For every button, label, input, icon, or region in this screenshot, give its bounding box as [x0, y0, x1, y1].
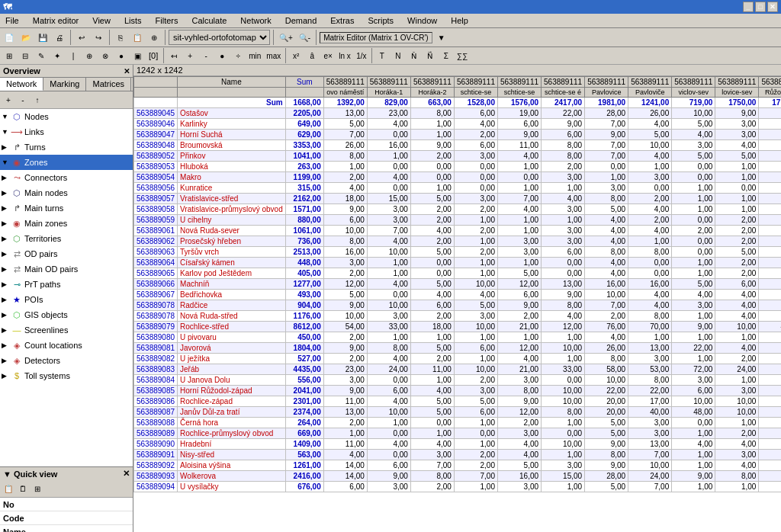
qv-btn-2[interactable]: 🗒 [16, 482, 30, 495]
tb-icon-5[interactable]: | [66, 50, 81, 62]
table-row[interactable]: 563889046Karlinky649,005,004,001,004,006… [134, 119, 782, 130]
quick-view-header[interactable]: ▼ Quick view ✕ [0, 467, 133, 480]
table-row[interactable]: 563889066Machníň1277,0012,004,005,0010,0… [134, 279, 782, 290]
table-row[interactable]: 563889086Rochlice-západ2301,0011,004,005… [134, 396, 782, 407]
tb-math-4[interactable]: ln x [336, 50, 353, 62]
table-row[interactable]: 563889085Horní Růžodol-západ2041,009,006… [134, 386, 782, 396]
table-row[interactable]: 563889087Janův Důl-za tratí2374,0013,001… [134, 407, 782, 418]
tree-item-main-nodes[interactable]: ▶ ⬡ Main nodes [0, 185, 133, 200]
table-row[interactable]: 563889047Horní Suchá629,007,000,001,002,… [134, 130, 782, 140]
table-row[interactable]: 563889061Nová Ruda-sever1061,0010,007,00… [134, 226, 782, 236]
table-row[interactable]: 563889057Vratislavice-střed2162,0018,001… [134, 194, 782, 204]
tree-item-gis-objects[interactable]: ▶ ⬡ GIS objects [0, 307, 133, 322]
tb-right-3[interactable]: - [198, 50, 214, 62]
tree-item-main-turns[interactable]: ▶ ↱ Main turns [0, 200, 133, 216]
tb-icon-3[interactable]: ✎ [34, 50, 49, 62]
select-button[interactable]: ⊕ [146, 32, 162, 43]
tab-marking[interactable]: Marking [43, 78, 86, 91]
menu-demand[interactable]: Demand [283, 15, 320, 26]
tb-right-4[interactable]: ● [214, 50, 230, 62]
tree-item-links[interactable]: ▼ ⟶ Links [0, 124, 133, 139]
undo-button[interactable]: ↩ [74, 32, 89, 43]
menu-filters[interactable]: Filters [153, 15, 181, 26]
table-row[interactable]: 563889080U pivovaru450,002,001,001,001,0… [134, 332, 782, 343]
close-button[interactable]: ✕ [767, 2, 778, 12]
tree-item-od-pairs[interactable]: ▶ ⇄ OD pairs [0, 246, 133, 261]
left-add-button[interactable]: + [2, 93, 15, 107]
table-row[interactable]: 563889064Císařský kámen448,003,001,000,0… [134, 258, 782, 268]
table-row[interactable]: 563889048Broumovská3353,0026,0016,009,00… [134, 140, 782, 151]
menu-matrix-editor[interactable]: Matrix editor [31, 15, 82, 26]
table-row[interactable]: 563889090Hradební1409,0011,004,004,001,0… [134, 439, 782, 450]
table-row[interactable]: 563889078Nová Ruda-střed1176,0010,003,00… [134, 311, 782, 322]
table-row[interactable]: 563889059U cihelny880,006,003,002,001,00… [134, 215, 782, 226]
tb-math-1[interactable]: x² [288, 50, 304, 62]
left-remove-button[interactable]: - [16, 93, 30, 107]
tb-math-3[interactable]: e× [320, 50, 336, 62]
tb-math-2[interactable]: â [304, 50, 320, 62]
tree-item-toll-systems[interactable]: ▶ $ Toll systems [0, 368, 133, 383]
table-row[interactable]: 563889079Rochlice-střed8612,0054,0033,00… [134, 322, 782, 332]
table-row[interactable]: 563889089Rochlice-průmyslový obvod669,00… [134, 428, 782, 439]
tb-icon-9[interactable]: ▣ [130, 50, 145, 62]
menu-scripts[interactable]: Scripts [365, 15, 396, 26]
table-row[interactable]: 563889056Kunratice315,004,000,001,000,00… [134, 183, 782, 194]
tb-stat-4[interactable]: N⃗ [423, 50, 438, 62]
tb-icon-6[interactable]: ⊕ [82, 50, 97, 62]
table-row[interactable]: 563889083Jeřáb4435,0023,0024,0011,0010,0… [134, 364, 782, 375]
menu-help[interactable]: Help [448, 15, 471, 26]
title-bar-buttons[interactable]: _ □ ✕ [743, 2, 778, 12]
tree-item-territories[interactable]: ▶ ⬡ Territories [0, 231, 133, 246]
tab-matrices[interactable]: Matrices [86, 78, 131, 91]
qv-btn-1[interactable]: 📋 [2, 482, 15, 495]
table-row[interactable]: 563889067Bedřichovka493,005,000,004,004,… [134, 290, 782, 300]
table-row[interactable]: 563889053Hluboká263,001,000,000,000,001,… [134, 162, 782, 172]
table-row[interactable]: 563889084U Janova Dolu556,003,000,001,00… [134, 375, 782, 386]
data-table-container[interactable]: Name Sum 563889111 563889111 563889111 5… [133, 76, 781, 532]
quick-view-close[interactable]: ✕ [123, 469, 130, 479]
tree-item-main-od-pairs[interactable]: ▶ ⇄ Main OD pairs [0, 261, 133, 277]
table-row[interactable]: 563889091Nisy-střed563,004,000,003,002,0… [134, 450, 782, 460]
tb-icon-2[interactable]: ⊟ [18, 50, 33, 62]
tree-item-connectors[interactable]: ▶ ⤳ Connectors [0, 170, 133, 185]
tab-network[interactable]: Network [0, 78, 43, 91]
tb-stat-5[interactable]: Σ [439, 50, 454, 62]
tb-right-6[interactable]: min [246, 50, 263, 62]
zoom-out-button[interactable]: 🔍- [297, 32, 313, 43]
sitemap-dropdown[interactable]: sit-vyhled-ortofotomap [169, 30, 270, 45]
table-row[interactable]: 563889052Přinkov1041,008,001,002,003,004… [134, 151, 782, 162]
tb-math-5[interactable]: 1/x [354, 50, 369, 62]
table-row[interactable]: 563889063Tyršův vrch2513,0016,0010,005,0… [134, 247, 782, 258]
tree-item-detectors[interactable]: ▶ ◈ Detectors [0, 353, 133, 368]
table-row[interactable]: 563889094U vysílačky676,006,003,002,001,… [134, 482, 782, 492]
tb-right-2[interactable]: + [182, 50, 198, 62]
paste-button[interactable]: 📋 [130, 32, 145, 43]
copy-button[interactable]: ⎘ [113, 32, 128, 43]
overview-close-button[interactable]: ✕ [124, 67, 130, 75]
open-button[interactable]: 📂 [18, 32, 34, 43]
table-row[interactable]: 563889093Wolkerova2416,0014,009,008,007,… [134, 471, 782, 482]
tree-item-screenlines[interactable]: ▶ — Screenlines [0, 322, 133, 338]
qv-btn-3[interactable]: ⊞ [31, 482, 44, 495]
tb-stat-2[interactable]: N [390, 50, 406, 62]
tree-item-zones[interactable]: ▼ ◉ Zones [0, 155, 133, 170]
tree-item-count-locations[interactable]: ▶ ◈ Count locations [0, 338, 133, 353]
tb-right-7[interactable]: max [264, 50, 283, 62]
menu-extras[interactable]: Extras [328, 15, 356, 26]
tree-item-main-zones[interactable]: ▶ ◉ Main zones [0, 216, 133, 231]
table-row[interactable]: 563889092Aloisina výšina1261,0014,006,00… [134, 460, 782, 471]
table-row[interactable]: 563889054Makro1199,002,004,000,000,000,0… [134, 172, 782, 183]
table-row[interactable]: 563889078Radčice904,009,0010,006,005,009… [134, 300, 782, 311]
tb-stat-3[interactable]: N̂ [407, 50, 422, 62]
tree-item-nodes[interactable]: ▼ ⬡ Nodes [0, 109, 133, 124]
menu-window[interactable]: Window [405, 15, 439, 26]
table-row[interactable]: 563889082U ježítka527,002,004,002,001,00… [134, 354, 782, 364]
minimize-button[interactable]: _ [743, 2, 754, 12]
tb-icon-1[interactable]: ⊞ [2, 50, 17, 62]
tree-item-turns[interactable]: ▶ ↱ Turns [0, 139, 133, 155]
table-row[interactable]: 563889088Černá hora264,002,001,000,001,0… [134, 418, 782, 428]
tb-right-5[interactable]: ÷ [230, 50, 246, 62]
tb-right-1[interactable]: ↤ [166, 50, 182, 62]
zoom-in-button[interactable]: 🔍+ [277, 32, 295, 43]
tb-icon-4[interactable]: ✦ [50, 50, 65, 62]
